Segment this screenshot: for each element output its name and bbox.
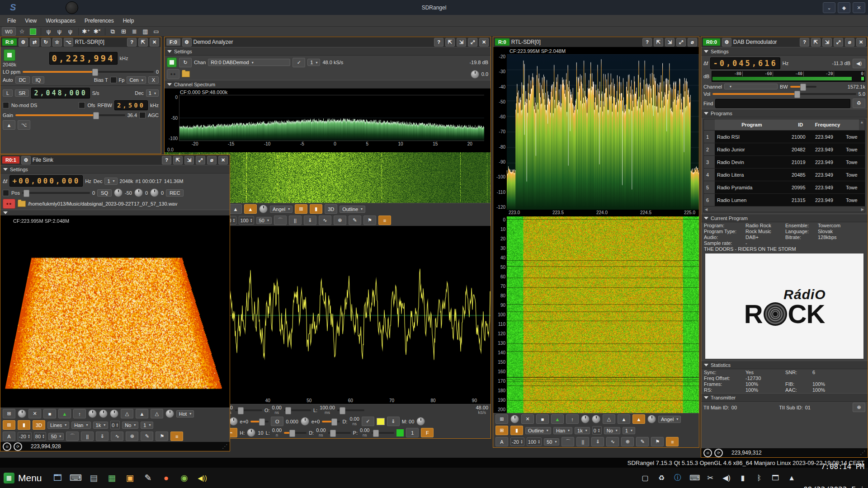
offset-spinner[interactable]: 0▲▼: [592, 426, 602, 435]
bw-slider[interactable]: [790, 86, 817, 88]
tabbed-windows-icon[interactable]: ▥: [141, 28, 150, 36]
find-input[interactable]: [715, 99, 850, 108]
annotation-icon[interactable]: ✎: [141, 432, 153, 441]
lock-button[interactable]: L: [3, 89, 13, 97]
close-icon[interactable]: ✕: [218, 156, 228, 164]
show-desktop-icon[interactable]: 🗔: [52, 472, 64, 484]
ofs-exp-slider[interactable]: [322, 421, 340, 422]
menu-button[interactable]: ▦ Menu: [4, 473, 42, 483]
peaks-icon[interactable]: ⚑: [156, 432, 168, 441]
save-trace-icon[interactable]: ⇓: [387, 417, 400, 426]
gear-icon[interactable]: ⚙: [21, 156, 31, 164]
reload-icon[interactable]: ↻: [179, 58, 192, 67]
decay-select[interactable]: No▾: [604, 427, 620, 434]
media-icon[interactable]: ◉: [179, 472, 190, 484]
add-feature-icon[interactable]: ✱⁺: [82, 28, 91, 36]
freerun-button[interactable]: F: [421, 428, 434, 437]
tray-clipboard-icon[interactable]: ✂: [706, 474, 715, 482]
compress-icon[interactable]: ⇲: [665, 38, 675, 47]
window-select[interactable]: Han▾: [71, 422, 90, 429]
transmitter-header[interactable]: Transmitter: [701, 393, 868, 402]
freeze-icon[interactable]: ||: [289, 216, 302, 225]
expand-icon[interactable]: ⤢: [676, 38, 686, 47]
statistics-header[interactable]: Statistics: [701, 361, 868, 369]
close-icon[interactable]: ✕: [150, 38, 159, 47]
editor-icon[interactable]: ✎: [142, 472, 154, 484]
mute-icon[interactable]: ◀): [853, 59, 865, 68]
help-icon[interactable]: ?: [127, 38, 137, 47]
delta-f-dial[interactable]: -0,045,616: [710, 57, 780, 69]
col-num[interactable]: [704, 119, 715, 130]
range-spinner[interactable]: 100▲▼: [239, 216, 254, 225]
program-row[interactable]: 5 Radio Pyramida 20995 223.949 Towe: [704, 181, 865, 194]
tray-volume-icon[interactable]: ◀): [722, 474, 731, 482]
style-select[interactable]: Outline▾: [340, 206, 365, 213]
program-row[interactable]: 3 Radio Devin 21019 223.949 Towe: [704, 156, 865, 169]
presets-star-icon[interactable]: ☆: [52, 38, 62, 47]
resize-grip[interactable]: ⋰: [860, 450, 865, 456]
knob4[interactable]: [259, 205, 268, 213]
squelch-button[interactable]: SQ: [97, 189, 112, 197]
markers-icon[interactable]: ⊕: [621, 437, 634, 446]
filter-fill-icon[interactable]: ▲: [229, 204, 242, 214]
range-spinner[interactable]: 100▲▼: [527, 437, 542, 446]
add-rx-device-icon[interactable]: ψ: [44, 28, 53, 36]
terminal-icon[interactable]: ⌨: [70, 472, 82, 484]
offset-spinner[interactable]: 0▲▼: [110, 421, 120, 429]
max-hold-icon[interactable]: ↑: [566, 414, 579, 424]
add-mimo-device-icon[interactable]: ψ: [66, 28, 75, 36]
col-id[interactable]: ID: [789, 122, 812, 127]
menu-workspaces[interactable]: Workspaces: [41, 16, 80, 26]
decay-select[interactable]: No▾: [122, 422, 138, 429]
folder-icon[interactable]: [182, 71, 190, 77]
max-hold-icon[interactable]: ↑: [73, 409, 86, 418]
memory-knob[interactable]: [416, 417, 425, 426]
histogram-toggle-icon[interactable]: ▮: [510, 426, 523, 435]
log-scale-icon[interactable]: ⌒: [561, 437, 574, 446]
feature-settings-icon[interactable]: ✱˟: [93, 28, 102, 36]
menu-help[interactable]: Help: [118, 16, 139, 26]
speed-select[interactable]: 50▾: [48, 433, 64, 440]
compress-icon[interactable]: ⇲: [457, 38, 466, 47]
gain-slider[interactable]: [15, 114, 125, 116]
files-icon[interactable]: ▣: [124, 472, 136, 484]
lo-ppm-slider[interactable]: [23, 71, 154, 73]
filter-active-icon[interactable]: ▲: [244, 204, 257, 214]
spectrum-collapse-header[interactable]: [0, 210, 230, 216]
tray-display-icon[interactable]: 🗖: [771, 474, 780, 482]
close-icon[interactable]: ✕: [479, 38, 489, 47]
rf-spectrum-display[interactable]: CF:223.995M SP:2.048M -20-30-40-50-60-70…: [493, 47, 699, 216]
pre-slider[interactable]: [372, 432, 394, 434]
undock-icon[interactable]: ⇱: [445, 38, 455, 47]
knob4[interactable]: [647, 415, 656, 423]
gradient-icon[interactable]: ▲: [551, 414, 564, 424]
spectrum-menu-icon[interactable]: ≡: [378, 216, 391, 225]
program-row[interactable]: 4 Radio Litera 20485 223.949 Towe: [704, 169, 865, 181]
background-swatch-icon[interactable]: ■: [43, 409, 56, 418]
waterfall-toggle-icon[interactable]: ⊞: [3, 420, 15, 430]
resize-grip[interactable]: ⋰: [222, 443, 227, 450]
pre-roll-knob[interactable]: [150, 188, 159, 197]
peaks-icon[interactable]: ⚑: [363, 216, 376, 225]
colormap-select[interactable]: Hot▾: [176, 410, 194, 418]
help-icon[interactable]: ?: [642, 38, 652, 47]
stroke-select[interactable]: 1▾: [141, 422, 153, 429]
websocket-icon[interactable]: ∿: [319, 216, 331, 225]
annotation-icon[interactable]: ✎: [636, 437, 649, 446]
channel-spectrum-display[interactable]: CF:0.000 SP:48.000k 0-50-100 -20-15-10-5…: [165, 89, 491, 147]
reload-device-icon[interactable]: ↻: [41, 38, 51, 47]
table-vscrollbar[interactable]: ▲: [859, 119, 865, 130]
stack-windows-icon[interactable]: ≣: [130, 28, 139, 36]
record-icon[interactable]: ●●: [167, 69, 179, 79]
menu-view[interactable]: View: [20, 16, 41, 26]
sr-button[interactable]: SR: [15, 89, 29, 97]
agc-checkbox[interactable]: [139, 112, 146, 118]
browser-icon[interactable]: ●: [160, 472, 172, 484]
expand-icon[interactable]: ⤢: [468, 38, 477, 47]
tdelay-slider[interactable]: [328, 432, 351, 434]
tray-expand-icon[interactable]: ▲: [787, 474, 796, 482]
compress-icon[interactable]: ⇲: [184, 156, 194, 164]
time-slider[interactable]: [235, 409, 262, 411]
histogram-toggle-icon[interactable]: ▮: [18, 420, 30, 430]
table-hscrollbar[interactable]: ◀▶: [704, 206, 865, 212]
